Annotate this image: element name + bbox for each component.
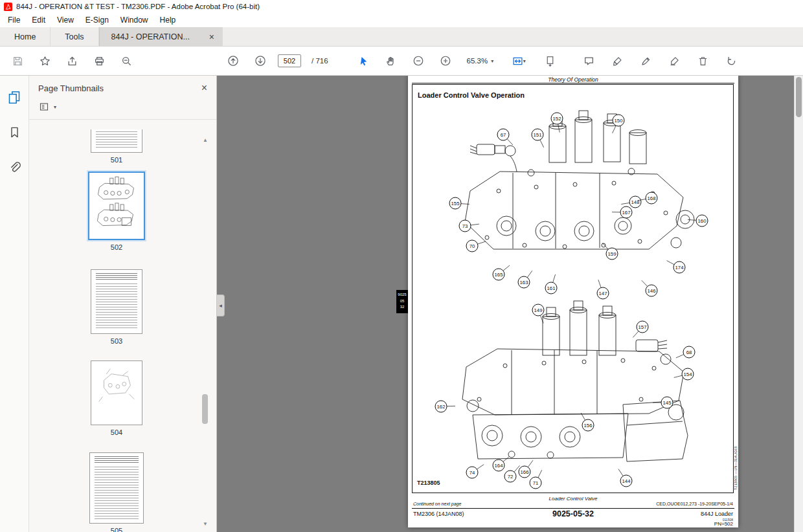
- thumbnail-page-501[interactable]: 501: [91, 129, 142, 164]
- page-count-label: / 716: [311, 57, 328, 65]
- fill-sign-button[interactable]: [664, 50, 684, 71]
- section-edge-tab: 9025 05 32: [396, 290, 408, 313]
- highlighter-icon: [612, 56, 623, 67]
- tab-tools[interactable]: Tools: [51, 27, 98, 46]
- zoom-out-button[interactable]: [409, 50, 428, 71]
- navigation-rail: [0, 76, 29, 532]
- thumbnail-label: 504: [111, 428, 122, 436]
- menu-bar: File Edit View E-Sign Window Help: [0, 13, 803, 27]
- edge-tab-line: 9025: [396, 292, 408, 298]
- menu-file[interactable]: File: [2, 14, 26, 26]
- share-button[interactable]: [62, 50, 82, 71]
- pointer-arrow-icon: [358, 56, 369, 67]
- share-icon: [67, 56, 78, 67]
- thumbnail-diagram: [89, 173, 144, 239]
- page-nav-group: / 716: [223, 50, 328, 71]
- trash-icon: [697, 56, 708, 67]
- previous-page-button[interactable]: [223, 50, 243, 71]
- section-title: Loader Control Valve Operation: [418, 91, 728, 99]
- sign-button[interactable]: [636, 50, 655, 71]
- document-scrollbar-thumb[interactable]: [796, 77, 802, 117]
- thumbnail-page-505[interactable]: 505: [89, 452, 144, 532]
- next-page-button[interactable]: [251, 50, 270, 71]
- footer-rule: [412, 508, 734, 509]
- chevron-down-icon[interactable]: ▾: [54, 104, 56, 110]
- tab-document[interactable]: 844J - OPERATION... ×: [99, 27, 223, 46]
- footer-model: 844J Loader: [701, 511, 733, 517]
- page-thumbnails-panel-button[interactable]: [6, 89, 23, 105]
- thumbnail-page-503[interactable]: 503: [91, 269, 142, 345]
- thumbnail-page-504[interactable]: 504: [91, 360, 142, 436]
- thumbnail-image: [91, 360, 142, 425]
- running-header: Theory Of Operation: [408, 76, 738, 83]
- save-button[interactable]: [8, 50, 27, 71]
- menu-esign[interactable]: E-Sign: [80, 14, 115, 26]
- panel-scroll-up-icon[interactable]: ▲: [203, 137, 208, 143]
- document-viewport: ◂ 9025 05 32 Theory Of Operation Loader …: [217, 76, 794, 532]
- hand-tool-button[interactable]: [381, 50, 401, 71]
- fit-width-button[interactable]: ▾: [505, 50, 532, 71]
- panel-scroll-down-icon[interactable]: ▼: [203, 521, 208, 527]
- edge-tab-line: 32: [396, 304, 408, 311]
- footer-pn: PN=502: [714, 521, 733, 527]
- document-scrollbar[interactable]: [794, 76, 803, 532]
- scrolling-mode-button[interactable]: [540, 50, 560, 71]
- menu-help[interactable]: Help: [154, 14, 182, 26]
- file-tools-group: [8, 50, 136, 71]
- header-rule: [412, 83, 734, 83]
- page-number-input[interactable]: [278, 54, 301, 67]
- menu-edit[interactable]: Edit: [26, 14, 51, 26]
- marquee-zoom-button[interactable]: [117, 50, 136, 71]
- panel-collapse-handle[interactable]: ◂: [217, 294, 225, 316]
- panel-scrollbar-thumb[interactable]: [202, 394, 208, 424]
- thumbnail-options-button[interactable]: [37, 100, 51, 113]
- favorite-button[interactable]: [35, 50, 54, 71]
- continued-note: Continued on next page: [413, 502, 461, 506]
- fountain-pen-icon: [640, 56, 651, 67]
- chevron-down-icon: ▾: [523, 58, 526, 64]
- minus-circle-icon: [413, 55, 424, 67]
- plus-circle-icon: [440, 55, 451, 67]
- tab-close-icon[interactable]: ×: [209, 32, 214, 41]
- thumbnail-image: [89, 452, 144, 524]
- thumbnail-label: 505: [111, 527, 122, 532]
- reference-code: CED,OUOE012,273 -19-20SEP05-1/4: [656, 502, 733, 506]
- panel-title: Page Thumbnails: [38, 83, 104, 93]
- select-tool-button[interactable]: [354, 50, 374, 71]
- options-list-icon: [39, 102, 49, 112]
- figure-frame: Loader Control Valve Operation: [412, 84, 734, 493]
- thumbnail-image: [91, 129, 142, 153]
- delete-button[interactable]: [693, 50, 712, 71]
- chevron-down-icon: ▾: [491, 58, 493, 64]
- tab-bar: Home Tools 844J - OPERATION... ×: [0, 27, 803, 47]
- pdf-page: 9025 05 32 Theory Of Operation Loader Co…: [408, 76, 738, 527]
- save-icon: [12, 56, 23, 67]
- rotate-button[interactable]: [721, 50, 741, 71]
- bookmarks-panel-button[interactable]: [6, 124, 23, 140]
- annotation-tools-group: [579, 50, 741, 71]
- figure-caption: Loader Control Valve: [408, 496, 738, 502]
- menu-window[interactable]: Window: [115, 14, 154, 26]
- print-button[interactable]: [89, 50, 109, 71]
- figure-id: T213805: [417, 480, 440, 486]
- view-tools-group: 65.3% ▾ ▾: [354, 50, 560, 71]
- rotate-arrow-icon: [726, 56, 737, 67]
- thumbnail-label: 502: [111, 243, 122, 251]
- attachments-panel-button[interactable]: [6, 159, 23, 175]
- main-toolbar: / 716 65.3% ▾ ▾: [0, 47, 803, 76]
- panel-options-row: ▾: [29, 98, 216, 120]
- fit-width-icon: [512, 56, 523, 67]
- comment-button[interactable]: [579, 50, 598, 71]
- thumbnail-page-502[interactable]: 502: [88, 172, 145, 251]
- tab-home[interactable]: Home: [0, 27, 51, 46]
- panel-close-icon[interactable]: ×: [201, 83, 207, 93]
- zoom-in-button[interactable]: [436, 50, 455, 71]
- menu-view[interactable]: View: [51, 14, 80, 26]
- highlight-button[interactable]: [607, 50, 627, 71]
- zoom-level-select[interactable]: 65.3% ▾: [463, 55, 498, 67]
- arrow-up-circle-icon: [227, 55, 239, 67]
- thumbnail-list: 501: [29, 129, 216, 532]
- comment-bubble-icon: [583, 56, 594, 67]
- window-title: 844J - OPERATION &T TEST - TM2306.PDF - …: [16, 3, 260, 10]
- arrow-down-circle-icon: [254, 55, 266, 67]
